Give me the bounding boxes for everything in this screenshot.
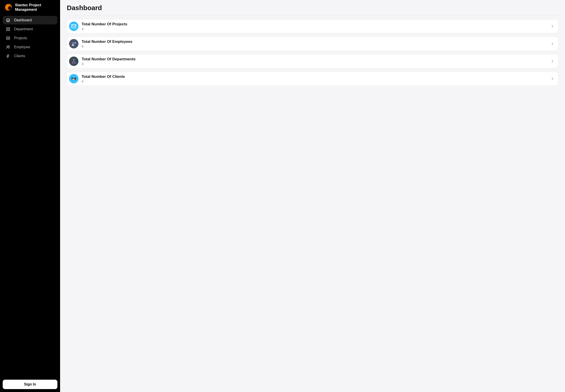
card-projects[interactable]: Total Number Of Projects 4 (67, 19, 558, 33)
svg-rect-11 (75, 43, 76, 43)
svg-rect-1 (9, 28, 10, 29)
grid-icon (6, 27, 10, 31)
card-value: 4 (82, 79, 547, 83)
sidebar: Stantec Project Management Dashboard Dep… (0, 0, 60, 392)
sidebar-item-dashboard[interactable]: Dashboard (3, 16, 57, 25)
svg-rect-9 (74, 42, 76, 44)
sidebar-item-clients[interactable]: Clients (3, 52, 57, 60)
sidebar-item-employee[interactable]: Employee (3, 43, 57, 51)
sidebar-item-label: Dashboard (14, 18, 32, 22)
card-title: Total Number Of Departments (82, 57, 547, 62)
main-content: Dashboard Total Number Of Projects 4 Tot… (60, 0, 565, 392)
sidebar-item-department[interactable]: Department (3, 25, 57, 33)
svg-point-12 (73, 59, 74, 61)
layers-icon (6, 36, 10, 40)
svg-rect-2 (6, 30, 8, 31)
svg-point-5 (7, 46, 8, 47)
card-body: Total Number Of Clients 4 (82, 74, 547, 83)
sidebar-item-label: Clients (14, 54, 25, 58)
card-value: 3 (82, 62, 547, 66)
card-value: 5 (82, 44, 547, 48)
chevron-right-icon (551, 42, 554, 46)
chevron-right-icon (551, 77, 554, 81)
sidebar-item-label: Department (14, 27, 33, 31)
card-title: Total Number Of Projects (82, 22, 547, 27)
users-icon (6, 45, 10, 49)
svg-rect-10 (75, 42, 76, 43)
card-value: 4 (82, 27, 547, 31)
svg-rect-3 (9, 30, 10, 31)
card-employees[interactable]: Total Number Of Employees 5 (67, 37, 558, 51)
card-body: Total Number Of Departments 3 (82, 57, 547, 66)
page-title: Dashboard (67, 4, 558, 15)
sign-in-button[interactable]: Sign In (3, 380, 57, 389)
sidebar-nav: Dashboard Department Projects Employee C… (3, 16, 57, 380)
brand-logo-icon (5, 4, 12, 11)
svg-rect-0 (6, 28, 8, 29)
card-clients[interactable]: Total Number Of Clients 4 (67, 72, 558, 86)
brand-title: Stantec Project Management (15, 3, 55, 12)
card-departments[interactable]: Total Number Of Departments 3 (67, 54, 558, 68)
person-card-icon (69, 39, 79, 48)
brand: Stantec Project Management (3, 3, 57, 16)
chevron-right-icon (551, 24, 554, 28)
bolt-icon (6, 54, 10, 58)
org-icon (69, 56, 79, 66)
sidebar-item-label: Projects (14, 36, 27, 40)
mail-icon (69, 22, 79, 31)
dashboard-cards: Total Number Of Projects 4 Total Number … (67, 19, 558, 86)
chevron-right-icon (551, 59, 554, 63)
svg-point-13 (72, 62, 73, 63)
card-body: Total Number Of Employees 5 (82, 39, 547, 48)
svg-point-6 (9, 46, 9, 47)
sidebar-item-projects[interactable]: Projects (3, 34, 57, 42)
card-title: Total Number Of Clients (82, 74, 547, 79)
card-title: Total Number Of Employees (82, 39, 547, 44)
handshake-icon (69, 74, 79, 84)
svg-point-14 (74, 62, 76, 63)
home-icon (6, 18, 10, 22)
sidebar-item-label: Employee (14, 45, 30, 49)
card-body: Total Number Of Projects 4 (82, 22, 547, 31)
svg-point-8 (72, 42, 74, 44)
